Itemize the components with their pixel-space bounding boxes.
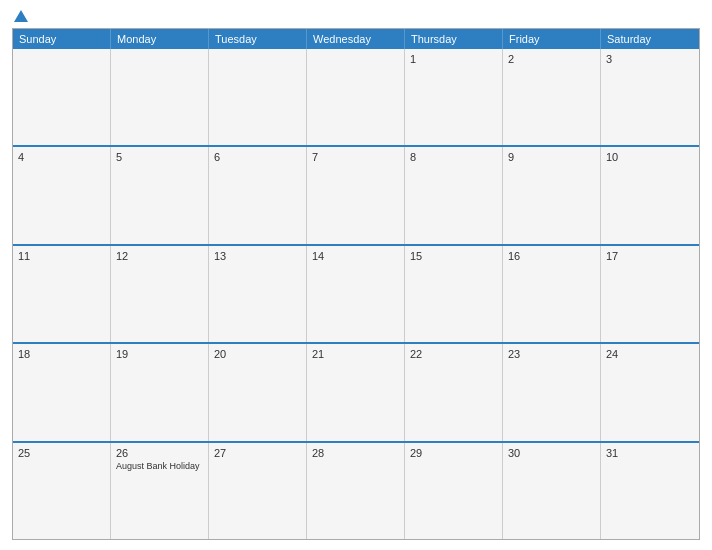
day-number: 7 (312, 151, 399, 163)
day-headers-row: SundayMondayTuesdayWednesdayThursdayFrid… (13, 29, 699, 49)
day-cell: 20 (209, 344, 307, 440)
day-cell (13, 49, 111, 145)
week-row-4: 18192021222324 (13, 342, 699, 440)
day-cell: 12 (111, 246, 209, 342)
day-cell: 25 (13, 443, 111, 539)
day-number: 15 (410, 250, 497, 262)
week-row-3: 11121314151617 (13, 244, 699, 342)
day-cell: 6 (209, 147, 307, 243)
day-cell: 11 (13, 246, 111, 342)
weeks-container: 1234567891011121314151617181920212223242… (13, 49, 699, 539)
day-number: 27 (214, 447, 301, 459)
day-number: 2 (508, 53, 595, 65)
day-header-sunday: Sunday (13, 29, 111, 49)
day-number: 28 (312, 447, 399, 459)
day-number: 31 (606, 447, 694, 459)
day-cell: 28 (307, 443, 405, 539)
day-number: 29 (410, 447, 497, 459)
calendar: SundayMondayTuesdayWednesdayThursdayFrid… (12, 28, 700, 540)
day-number: 14 (312, 250, 399, 262)
day-cell: 3 (601, 49, 699, 145)
day-number: 9 (508, 151, 595, 163)
day-cell: 31 (601, 443, 699, 539)
day-number: 16 (508, 250, 595, 262)
day-number: 12 (116, 250, 203, 262)
day-header-tuesday: Tuesday (209, 29, 307, 49)
day-cell: 30 (503, 443, 601, 539)
day-cell: 26August Bank Holiday (111, 443, 209, 539)
day-number: 25 (18, 447, 105, 459)
day-cell: 18 (13, 344, 111, 440)
day-number: 22 (410, 348, 497, 360)
logo (12, 10, 28, 22)
day-number: 19 (116, 348, 203, 360)
day-cell: 4 (13, 147, 111, 243)
header (12, 10, 700, 22)
day-cell: 5 (111, 147, 209, 243)
day-number: 13 (214, 250, 301, 262)
day-header-wednesday: Wednesday (307, 29, 405, 49)
day-cell: 24 (601, 344, 699, 440)
day-header-monday: Monday (111, 29, 209, 49)
day-number: 1 (410, 53, 497, 65)
day-cell (111, 49, 209, 145)
day-number: 30 (508, 447, 595, 459)
day-cell: 14 (307, 246, 405, 342)
day-number: 6 (214, 151, 301, 163)
week-row-5: 2526August Bank Holiday2728293031 (13, 441, 699, 539)
day-cell: 1 (405, 49, 503, 145)
day-cell: 17 (601, 246, 699, 342)
day-cell: 13 (209, 246, 307, 342)
event-label: August Bank Holiday (116, 461, 203, 473)
day-number: 4 (18, 151, 105, 163)
day-cell: 7 (307, 147, 405, 243)
day-cell (209, 49, 307, 145)
day-cell: 19 (111, 344, 209, 440)
day-cell: 29 (405, 443, 503, 539)
week-row-1: 123 (13, 49, 699, 145)
day-cell: 16 (503, 246, 601, 342)
week-row-2: 45678910 (13, 145, 699, 243)
day-number: 10 (606, 151, 694, 163)
page: SundayMondayTuesdayWednesdayThursdayFrid… (0, 0, 712, 550)
day-number: 26 (116, 447, 203, 459)
day-number: 11 (18, 250, 105, 262)
day-cell: 8 (405, 147, 503, 243)
day-number: 8 (410, 151, 497, 163)
day-number: 5 (116, 151, 203, 163)
day-number: 23 (508, 348, 595, 360)
day-number: 24 (606, 348, 694, 360)
day-cell: 15 (405, 246, 503, 342)
day-cell: 10 (601, 147, 699, 243)
day-header-friday: Friday (503, 29, 601, 49)
day-cell: 27 (209, 443, 307, 539)
day-number: 18 (18, 348, 105, 360)
day-cell (307, 49, 405, 145)
day-cell: 9 (503, 147, 601, 243)
day-cell: 2 (503, 49, 601, 145)
day-number: 20 (214, 348, 301, 360)
logo-triangle-icon (14, 10, 28, 22)
day-number: 3 (606, 53, 694, 65)
day-number: 21 (312, 348, 399, 360)
day-number: 17 (606, 250, 694, 262)
day-cell: 22 (405, 344, 503, 440)
day-cell: 23 (503, 344, 601, 440)
day-header-thursday: Thursday (405, 29, 503, 49)
day-header-saturday: Saturday (601, 29, 699, 49)
day-cell: 21 (307, 344, 405, 440)
